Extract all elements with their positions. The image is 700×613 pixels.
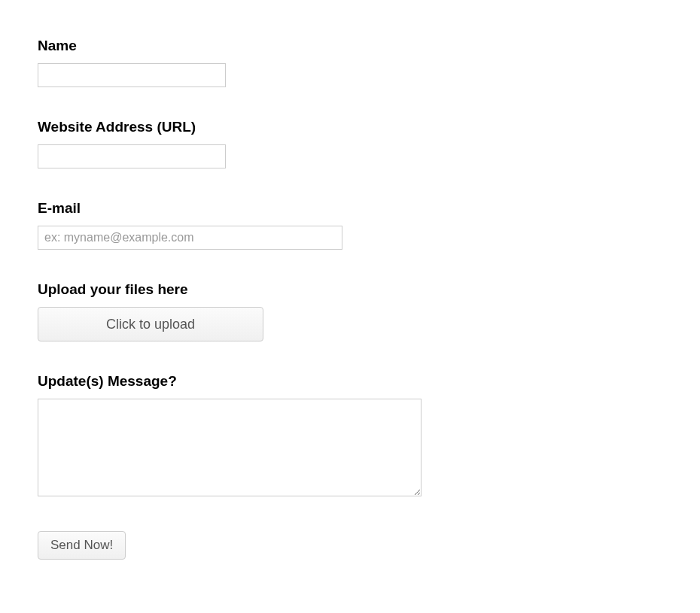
name-input[interactable]	[38, 63, 226, 87]
name-label: Name	[38, 38, 662, 54]
contact-form: Name Website Address (URL) E-mail Upload…	[38, 38, 662, 560]
url-label: Website Address (URL)	[38, 119, 662, 135]
email-label: E-mail	[38, 200, 662, 217]
submit-button[interactable]: Send Now!	[38, 531, 126, 560]
upload-field-group: Upload your files here Click to upload	[38, 281, 662, 341]
upload-label: Upload your files here	[38, 281, 662, 298]
email-field-group: E-mail	[38, 200, 662, 250]
message-label: Update(s) Message?	[38, 373, 662, 390]
submit-group: Send Now!	[38, 531, 662, 560]
message-textarea[interactable]	[38, 399, 422, 496]
message-field-group: Update(s) Message?	[38, 373, 662, 499]
upload-button[interactable]: Click to upload	[38, 307, 263, 341]
name-field-group: Name	[38, 38, 662, 87]
url-input[interactable]	[38, 144, 226, 168]
email-input[interactable]	[38, 226, 342, 250]
url-field-group: Website Address (URL)	[38, 119, 662, 168]
